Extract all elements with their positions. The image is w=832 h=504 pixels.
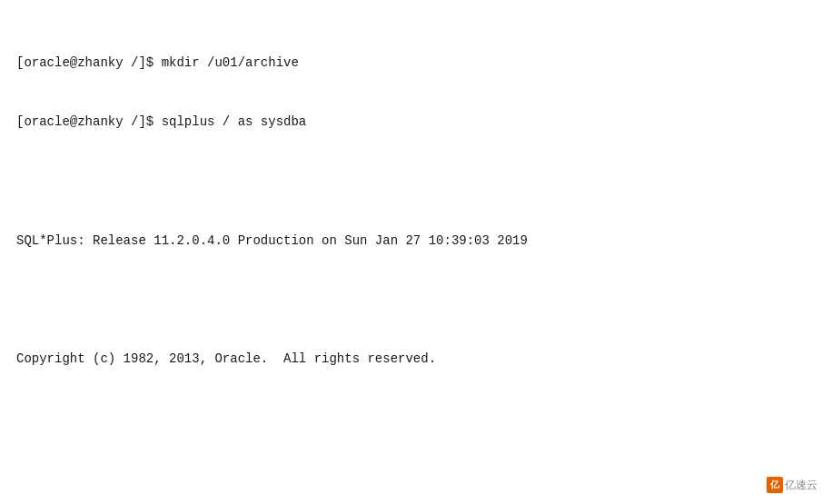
line-cmd2: [oracle@zhanky /]$ sqlplus / as sysdba (16, 113, 816, 133)
line-sqlplus-version: SQL*Plus: Release 11.2.0.4.0 Production … (16, 232, 816, 252)
watermark-text: 亿速云 (785, 478, 817, 493)
line-empty4 (16, 468, 816, 488)
line-copyright: Copyright (c) 1982, 2013, Oracle. All ri… (16, 350, 816, 370)
line-empty3 (16, 409, 816, 429)
line-empty1 (16, 173, 816, 193)
logo-icon: 亿 (767, 477, 783, 493)
watermark-logo: 亿 亿速云 (767, 477, 817, 493)
line-cmd1: [oracle@zhanky /]$ mkdir /u01/archive (16, 54, 816, 74)
line-empty2 (16, 291, 816, 311)
watermark: 亿 亿速云 (767, 477, 817, 493)
terminal-window: [oracle@zhanky /]$ mkdir /u01/archive [o… (0, 0, 832, 504)
terminal-output: [oracle@zhanky /]$ mkdir /u01/archive [o… (16, 15, 816, 504)
